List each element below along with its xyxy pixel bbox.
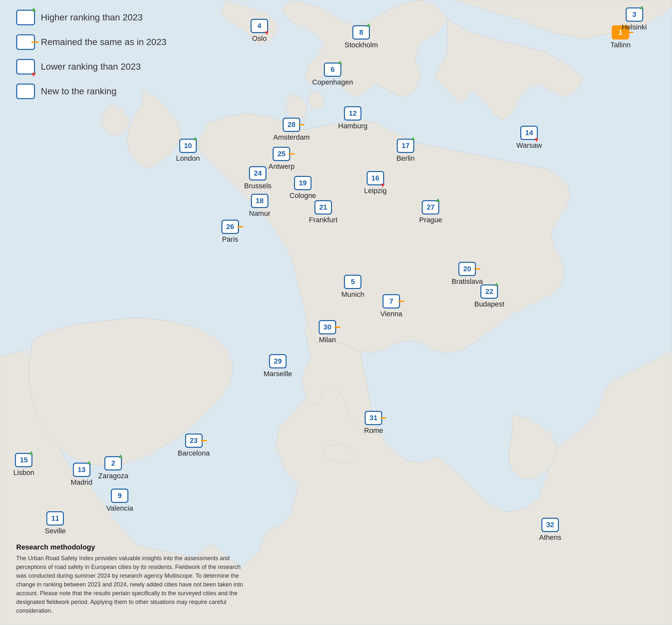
- city-name-paris: Paris: [222, 235, 238, 244]
- city-marker-marseille: 29 Marseille: [264, 354, 292, 378]
- city-name-barcelona: Barcelona: [178, 449, 210, 457]
- rank-number-london: 10: [184, 142, 192, 150]
- rank-box-vienna: 7: [383, 294, 400, 308]
- rank-box-antwerp: 25: [273, 147, 290, 161]
- city-marker-munich: 5 Munich: [341, 275, 364, 299]
- city-name-namur: Namur: [249, 209, 270, 218]
- rank-number-bratislava: 20: [463, 265, 471, 273]
- legend-text-higher: Higher ranking than 2023: [41, 12, 143, 23]
- rank-box-rome: 31: [365, 411, 382, 425]
- city-marker-amsterdam: 28 Amsterdam: [273, 118, 310, 142]
- rank-number-barcelona: 23: [190, 436, 197, 445]
- city-marker-rome: 31 Rome: [364, 411, 383, 435]
- rank-number-frankfurt: 21: [319, 203, 327, 211]
- rank-number-helsinki: 3: [632, 10, 636, 19]
- research-methodology: Research methodology The Urban Road Safe…: [16, 543, 249, 615]
- rank-box-athens: 32: [542, 518, 559, 532]
- rank-box-milan: 30: [319, 320, 336, 334]
- city-marker-bratislava: 20 Bratislava: [452, 262, 483, 286]
- legend-box-lower: [16, 59, 35, 75]
- city-name-prague: Prague: [419, 216, 442, 224]
- city-name-tallinn: Tallinn: [610, 41, 630, 49]
- city-marker-helsinki: 3 Helsinki: [622, 7, 647, 31]
- legend-text-new: New to the ranking: [41, 86, 116, 97]
- city-name-milan: Milan: [319, 336, 336, 344]
- rank-number-marseille: 29: [274, 357, 282, 366]
- rank-box-seville: 11: [46, 511, 64, 526]
- legend-item-higher: Higher ranking than 2023: [16, 10, 167, 25]
- city-name-amsterdam: Amsterdam: [273, 133, 310, 142]
- rank-number-hamburg: 12: [349, 109, 357, 118]
- city-marker-stockholm: 8 Stockholm: [344, 25, 378, 49]
- rank-number-oslo: 4: [257, 22, 261, 30]
- rank-box-frankfurt: 21: [314, 200, 332, 215]
- city-marker-frankfurt: 21 Frankfurt: [309, 200, 337, 224]
- city-name-cologne: Cologne: [289, 192, 316, 200]
- city-name-oslo: Oslo: [252, 34, 266, 43]
- city-marker-lisbon: 15 Lisbon: [13, 453, 34, 477]
- rank-box-oslo: 4: [250, 19, 268, 33]
- research-text: The Urban Road Safety Index provides val…: [16, 554, 249, 615]
- city-name-leipzig: Leipzig: [364, 186, 387, 195]
- rank-box-bratislava: 20: [458, 262, 476, 276]
- city-marker-hamburg: 12 Hamburg: [338, 106, 367, 130]
- rank-box-london: 10: [179, 139, 197, 153]
- city-name-lisbon: Lisbon: [13, 469, 34, 477]
- rank-number-vienna: 7: [389, 297, 393, 305]
- rank-number-amsterdam: 28: [288, 121, 295, 129]
- city-name-seville: Seville: [45, 527, 66, 535]
- legend: Higher ranking than 2023 Remained the sa…: [16, 10, 167, 99]
- rank-box-madrid: 13: [73, 463, 91, 477]
- rank-box-stockholm: 8: [352, 25, 370, 40]
- rank-box-copenhagen: 6: [324, 62, 341, 77]
- research-title: Research methodology: [16, 543, 249, 551]
- rank-box-hamburg: 12: [344, 106, 361, 121]
- city-marker-warsaw: 14 Warsaw: [517, 126, 542, 150]
- city-marker-namur: 18 Namur: [249, 194, 270, 218]
- city-name-stockholm: Stockholm: [344, 41, 378, 49]
- city-marker-paris: 26 Paris: [221, 220, 239, 244]
- legend-item-new: New to the ranking: [16, 83, 167, 99]
- city-marker-barcelona: 23 Barcelona: [178, 433, 210, 457]
- city-marker-vienna: 7 Vienna: [380, 294, 402, 318]
- city-marker-oslo: 4 Oslo: [250, 19, 268, 43]
- city-name-helsinki: Helsinki: [622, 23, 647, 31]
- rank-box-paris: 26: [221, 220, 239, 234]
- city-marker-athens: 32 Athens: [539, 518, 561, 542]
- city-name-vienna: Vienna: [380, 310, 402, 318]
- rank-number-budapest: 22: [485, 288, 493, 296]
- city-marker-zaragoza: 2 Zaragoza: [98, 456, 128, 480]
- rank-box-barcelona: 23: [185, 433, 202, 448]
- legend-text-same: Remained the same as in 2023: [41, 37, 167, 47]
- city-name-hamburg: Hamburg: [338, 122, 367, 130]
- rank-number-munich: 5: [351, 278, 355, 286]
- city-marker-prague: 27 Prague: [419, 200, 442, 224]
- rank-box-leipzig: 16: [367, 171, 384, 185]
- city-name-marseille: Marseille: [264, 370, 292, 378]
- rank-number-warsaw: 14: [525, 129, 533, 137]
- legend-box-new: [16, 83, 35, 99]
- rank-number-lisbon: 15: [20, 456, 28, 464]
- city-name-zaragoza: Zaragoza: [98, 472, 128, 480]
- rank-number-leipzig: 16: [371, 174, 379, 182]
- rank-box-valencia: 9: [111, 489, 128, 503]
- rank-box-warsaw: 14: [520, 126, 538, 140]
- rank-number-prague: 27: [427, 203, 434, 211]
- rank-box-berlin: 17: [397, 139, 414, 153]
- city-marker-brussels: 24 Brussels: [244, 166, 271, 190]
- legend-item-lower: Lower ranking than 2023: [16, 59, 167, 75]
- city-marker-leipzig: 16 Leipzig: [364, 171, 387, 195]
- rank-number-madrid: 13: [77, 466, 85, 474]
- city-name-frankfurt: Frankfurt: [309, 216, 337, 224]
- rank-number-athens: 32: [546, 521, 554, 529]
- rank-number-antwerp: 25: [278, 150, 285, 158]
- rank-number-paris: 26: [226, 223, 234, 231]
- rank-box-marseille: 29: [269, 354, 287, 368]
- city-marker-seville: 11 Seville: [45, 511, 66, 535]
- rank-number-copenhagen: 6: [331, 66, 335, 74]
- rank-box-cologne: 19: [294, 176, 312, 190]
- rank-number-namur: 18: [256, 197, 264, 205]
- rank-number-cologne: 19: [299, 179, 307, 187]
- legend-item-same: Remained the same as in 2023: [16, 34, 167, 50]
- city-marker-valencia: 9 Valencia: [106, 489, 133, 512]
